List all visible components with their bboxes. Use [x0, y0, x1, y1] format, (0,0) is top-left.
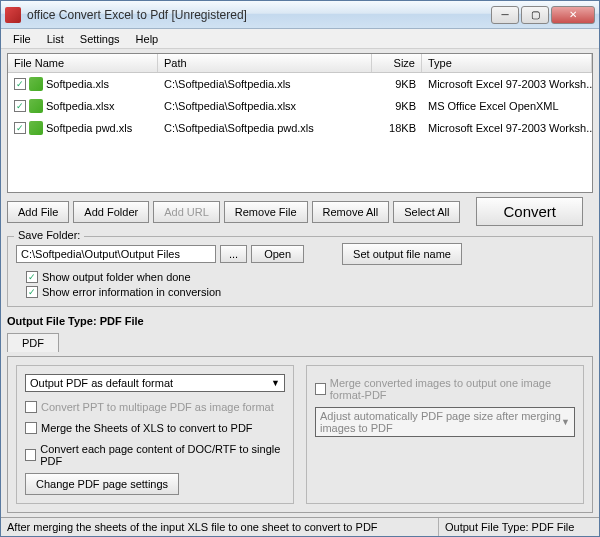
status-right: Output File Type: PDF File: [439, 518, 599, 536]
combo-value: Output PDF as default format: [30, 377, 173, 389]
list-body: ✓Softpedia.xls C:\Softpedia\Softpedia.xl…: [8, 73, 592, 192]
convert-button[interactable]: Convert: [476, 197, 583, 226]
cell-type: Microsoft Excel 97-2003 Worksh...: [428, 122, 592, 134]
maximize-button[interactable]: ▢: [521, 6, 549, 24]
cell-filename: Softpedia pwd.xls: [46, 122, 132, 134]
save-folder-group: Save Folder: ... Open Set output file na…: [7, 236, 593, 307]
select-all-button[interactable]: Select All: [393, 201, 460, 223]
cell-filename: Softpedia.xlsx: [46, 100, 114, 112]
col-path[interactable]: Path: [158, 54, 372, 72]
convert-each-page-checkbox[interactable]: [25, 449, 36, 461]
cell-size: 9KB: [395, 100, 416, 112]
app-icon: [5, 7, 21, 23]
tab-pdf[interactable]: PDF: [7, 333, 59, 352]
excel-icon: [29, 121, 43, 135]
cell-filename: Softpedia.xls: [46, 78, 109, 90]
convert-ppt-checkbox: [25, 401, 37, 413]
convert-ppt-label: Convert PPT to multipage PDF as image fo…: [41, 401, 274, 413]
row-checkbox[interactable]: ✓: [14, 100, 26, 112]
file-list[interactable]: File Name Path Size Type ✓Softpedia.xls …: [7, 53, 593, 193]
show-output-label: Show output folder when done: [42, 271, 191, 283]
chevron-down-icon: ▼: [271, 378, 280, 388]
close-button[interactable]: ✕: [551, 6, 595, 24]
cell-path: C:\Softpedia\Softpedia.xls: [164, 78, 291, 90]
table-row[interactable]: ✓Softpedia pwd.xls C:\Softpedia\Softpedi…: [8, 117, 592, 139]
excel-icon: [29, 77, 43, 91]
pdf-left-group: Output PDF as default format ▼ Convert P…: [16, 365, 294, 504]
titlebar: office Convert Excel to Pdf [Unregistere…: [1, 1, 599, 29]
cell-path: C:\Softpedia\Softpedia.xlsx: [164, 100, 296, 112]
pdf-right-group: Merge converted images to output one ima…: [306, 365, 584, 504]
content-area: File Name Path Size Type ✓Softpedia.xls …: [1, 49, 599, 517]
show-error-label: Show error information in conversion: [42, 286, 221, 298]
output-path-input[interactable]: [16, 245, 216, 263]
list-header: File Name Path Size Type: [8, 54, 592, 73]
status-left: After merging the sheets of the input XL…: [1, 518, 439, 536]
output-type-label: Output File Type: PDF File: [7, 315, 593, 327]
add-folder-button[interactable]: Add Folder: [73, 201, 149, 223]
show-output-checkbox[interactable]: ✓: [26, 271, 38, 283]
menu-help[interactable]: Help: [128, 31, 167, 47]
row-checkbox[interactable]: ✓: [14, 122, 26, 134]
menu-file[interactable]: File: [5, 31, 39, 47]
adjust-size-combo: Adjust automatically PDF page size after…: [315, 407, 575, 437]
change-pdf-settings-button[interactable]: Change PDF page settings: [25, 473, 179, 495]
col-size[interactable]: Size: [372, 54, 422, 72]
merge-images-checkbox: [315, 383, 326, 395]
menu-settings[interactable]: Settings: [72, 31, 128, 47]
menubar: File List Settings Help: [1, 29, 599, 49]
table-row[interactable]: ✓Softpedia.xlsx C:\Softpedia\Softpedia.x…: [8, 95, 592, 117]
menu-list[interactable]: List: [39, 31, 72, 47]
add-file-button[interactable]: Add File: [7, 201, 69, 223]
statusbar: After merging the sheets of the input XL…: [1, 517, 599, 536]
pdf-format-combo[interactable]: Output PDF as default format ▼: [25, 374, 285, 392]
merge-sheets-checkbox[interactable]: [25, 422, 37, 434]
row-checkbox[interactable]: ✓: [14, 78, 26, 90]
chevron-down-icon: ▼: [561, 417, 570, 427]
col-type[interactable]: Type: [422, 54, 592, 72]
excel-icon: [29, 99, 43, 113]
cell-type: Microsoft Excel 97-2003 Worksh...: [428, 78, 592, 90]
window-controls: ─ ▢ ✕: [491, 6, 595, 24]
cell-path: C:\Softpedia\Softpedia pwd.xls: [164, 122, 314, 134]
remove-file-button[interactable]: Remove File: [224, 201, 308, 223]
tabbar: PDF: [7, 333, 593, 352]
cell-type: MS Office Excel OpenXML: [428, 100, 559, 112]
window-title: office Convert Excel to Pdf [Unregistere…: [27, 8, 491, 22]
combo-value: Adjust automatically PDF page size after…: [320, 410, 561, 434]
open-folder-button[interactable]: Open: [251, 245, 304, 263]
save-folder-label: Save Folder:: [14, 229, 84, 241]
pdf-panel: Output PDF as default format ▼ Convert P…: [7, 356, 593, 513]
app-window: office Convert Excel to Pdf [Unregistere…: [0, 0, 600, 537]
table-row[interactable]: ✓Softpedia.xls C:\Softpedia\Softpedia.xl…: [8, 73, 592, 95]
show-error-checkbox[interactable]: ✓: [26, 286, 38, 298]
cell-size: 18KB: [389, 122, 416, 134]
set-output-name-button[interactable]: Set output file name: [342, 243, 462, 265]
col-filename[interactable]: File Name: [8, 54, 158, 72]
cell-size: 9KB: [395, 78, 416, 90]
action-buttons: Add File Add Folder Add URL Remove File …: [7, 197, 593, 226]
minimize-button[interactable]: ─: [491, 6, 519, 24]
remove-all-button[interactable]: Remove All: [312, 201, 390, 223]
browse-button[interactable]: ...: [220, 245, 247, 263]
merge-images-label: Merge converted images to output one ima…: [330, 377, 575, 401]
add-url-button: Add URL: [153, 201, 220, 223]
merge-sheets-label: Merge the Sheets of XLS to convert to PD…: [41, 422, 253, 434]
convert-each-page-label: Convert each page content of DOC/RTF to …: [40, 443, 285, 467]
